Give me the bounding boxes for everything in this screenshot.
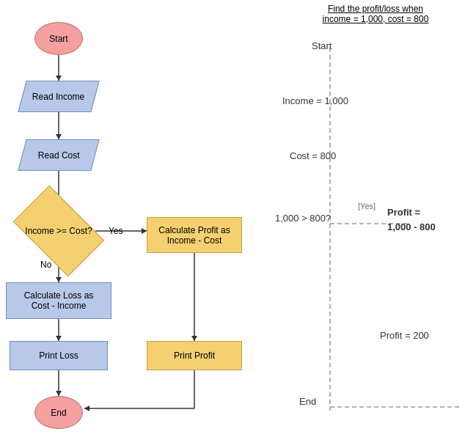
start-node: Start [34,22,83,55]
trace-area: Find the profit/loss when income = 1,000… [271,0,476,448]
svg-marker-11 [56,336,62,341]
trace-cost: Cost = 800 [290,150,336,161]
trace-start: Start [312,40,332,51]
trace-income: Income = 1,000 [282,95,348,106]
read-cost-node: Read Cost [18,139,100,171]
trace-decision: 1,000 > 800? [275,213,331,224]
svg-marker-18 [84,405,89,411]
trace-yes-label: [Yes] [358,202,376,210]
print-profit-node: Print Profit [147,341,242,370]
trace-profit-calc: Profit = 1,000 - 800 [387,205,436,234]
trace-lines [271,0,476,448]
trace-title: Find the profit/loss when income = 1,000… [275,4,476,24]
flowchart-area: Start Read Income Read Cost Income >= Co… [0,0,271,448]
decision-node: Income >= Cost? [20,205,98,257]
read-income-node: Read Income [18,81,100,112]
yes-label: Yes [109,226,123,236]
end-node: End [34,396,83,429]
calc-loss-node: Calculate Loss as Cost - Income [6,282,111,319]
svg-marker-13 [191,336,197,341]
svg-marker-7 [142,228,147,234]
svg-marker-3 [56,134,62,139]
diamond-shape [13,186,104,276]
calc-profit-node: Calculate Profit as Income - Cost [147,217,242,253]
no-label: No [40,260,51,270]
svg-marker-9 [56,277,62,282]
trace-profit-value: Profit = 200 [380,330,429,341]
svg-marker-15 [56,391,62,396]
print-loss-node: Print Loss [10,341,108,370]
svg-marker-1 [56,76,62,81]
trace-end: End [299,396,316,407]
